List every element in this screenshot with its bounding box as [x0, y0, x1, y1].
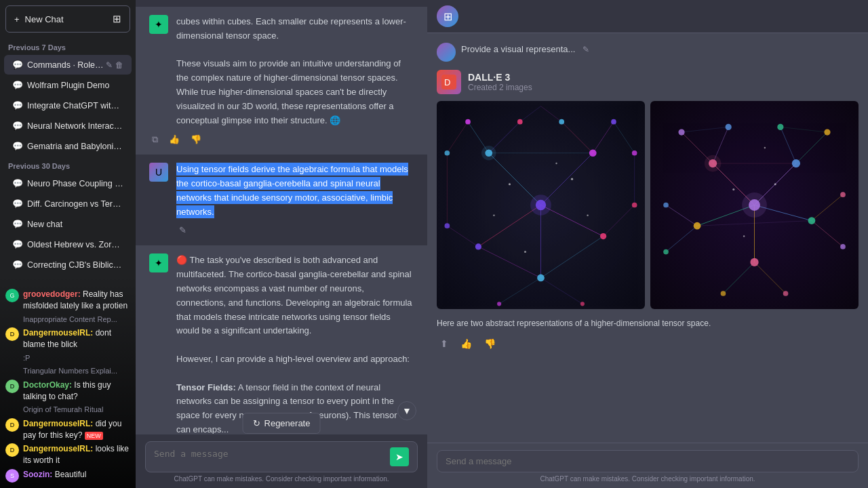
svg-point-35 — [632, 150, 637, 156]
svg-point-30 — [537, 274, 545, 282]
twitch-message-4: D DangermouseIRL: did you pay for this k… — [5, 418, 130, 441]
thumbsup-btn-panel[interactable]: 👍 — [457, 336, 475, 351]
red-dot: 🔴 — [176, 255, 189, 265]
svg-point-85 — [742, 192, 767, 218]
twitch-message-1: G groovedodger: Reality has misfolded la… — [5, 289, 130, 312]
dalle-header: D DALL·E 3 Created 2 images — [437, 70, 859, 94]
twitch-message-inappropriate: Inappropriate Content Rep... — [5, 314, 130, 325]
svg-point-47 — [493, 215, 494, 216]
twitch-text-doctorokay: Is this guy talking to chat? — [23, 380, 111, 401]
sidebar-item-wolfram[interactable]: 💬 Wolfram Plugin Demo — [4, 75, 132, 95]
svg-point-81 — [663, 203, 669, 208]
triangular-label: Triangular Numbers Explai... — [23, 366, 117, 376]
sidebar-item-text: Diff. Carcinogen vs Teratoge... — [27, 199, 123, 209]
new-chat-button[interactable]: + New Chat ⊞ — [5, 5, 130, 33]
chat-icon-10: 💬 — [12, 260, 23, 270]
share-btn[interactable]: ⬆ — [437, 336, 452, 351]
sidebar-item-correcting[interactable]: 💬 Correcting CJB's Biblical Mi... — [4, 255, 132, 274]
chat-icon: 💬 — [12, 60, 23, 70]
msg-content-2: Using tensor fields derive the algebraic… — [176, 163, 414, 237]
new-badge: NEW — [85, 432, 103, 440]
sidebar-item-text: Integrate ChatGPT with Wolf... — [27, 101, 123, 110]
svg-point-83 — [721, 291, 726, 296]
dalle-title: DALL·E 3 — [468, 72, 532, 83]
svg-point-90 — [764, 147, 766, 148]
svg-point-41 — [530, 195, 551, 216]
section-30days: Previous 30 Days 💬 Neuro Phase Coupling … — [0, 157, 136, 275]
sidebar-item-oldest[interactable]: 💬 Oldest Hebrew vs. Zoroastri... — [4, 235, 132, 254]
svg-point-28 — [600, 233, 606, 239]
msg-actions-1: ⧉ 👍 👎 — [149, 133, 414, 146]
svg-point-80 — [840, 244, 846, 249]
sidebar-item-neural[interactable]: 💬 Neural Network Interactions — [4, 116, 132, 136]
msg-text-3b: However, I can provide a high-level over… — [176, 354, 410, 364]
copy-btn-1[interactable]: ⧉ — [149, 133, 161, 146]
msg-content-3: 🔴 The task you've described is both adva… — [176, 253, 414, 434]
twitch-message-doctorOkay: D DoctorOkay: Is this guy talking to cha… — [5, 380, 130, 403]
svg-point-82 — [663, 249, 669, 255]
main-chat: ✦ cubes within cubes. Each smaller cube … — [136, 0, 427, 488]
sidebar-item-gematria[interactable]: 💬 Gematria and Babylonian Val... — [4, 136, 132, 156]
twitch-label-3: :P — [23, 353, 30, 363]
panel-header-icon: ⊞ — [437, 5, 458, 27]
twitch-message-2: D DangermouseIRL: dont blame the blick — [5, 327, 130, 350]
sidebar-item-integrate[interactable]: 💬 Integrate ChatGPT with Wolf... — [4, 96, 132, 115]
sidebar-item-text: New chat — [27, 220, 123, 229]
sidebar-item-text: Gematria and Babylonian Val... — [27, 142, 123, 151]
right-input-area: ChatGPT can make mistakes. Consider chec… — [427, 443, 868, 488]
sidebar-item-newchat2[interactable]: 💬 New chat — [4, 214, 132, 234]
svg-point-74 — [750, 258, 758, 266]
avatar-dangermouse1: D — [5, 327, 19, 341]
send-button[interactable]: ➤ — [390, 447, 409, 466]
regenerate-button[interactable]: ↻ Regenerate — [243, 413, 321, 434]
svg-point-48 — [587, 215, 588, 216]
username-dangermouse1: DangermouseIRL: — [23, 328, 96, 338]
svg-point-36 — [632, 203, 637, 208]
edit-message-icon[interactable]: ✎ — [176, 224, 189, 237]
trash-icon[interactable]: 🗑 — [115, 60, 123, 70]
username-soozin: Soozin: — [23, 470, 55, 479]
msg-content-1: cubes within cubes. Each smaller cube re… — [176, 15, 414, 127]
chat-messages[interactable]: ✦ cubes within cubes. Each smaller cube … — [136, 0, 427, 434]
right-message-input[interactable] — [446, 456, 850, 466]
generated-image-2[interactable] — [650, 101, 859, 309]
svg-point-46 — [555, 163, 557, 164]
edit-icon[interactable]: ✎ — [106, 60, 113, 70]
twitch-text-1: Reality has misfolded lately like a prot… — [23, 289, 127, 310]
twitch-message-5: D DangermouseIRL: looks like its worth i… — [5, 443, 130, 466]
section-7days: Previous 7 Days 💬 Commands · Roles $ ✎ 🗑… — [0, 38, 136, 157]
chat-icon-7: 💬 — [12, 199, 23, 209]
svg-point-45 — [524, 251, 526, 253]
avatar-dangermouse3: D — [5, 443, 19, 457]
scroll-down-button[interactable]: ▼ — [397, 401, 416, 420]
sidebar-item-commands-roles[interactable]: 💬 Commands · Roles $ ✎ 🗑 — [4, 55, 132, 75]
right-panel-content[interactable]: Provide a visual representa... ✎ D — [427, 33, 868, 443]
thumbsdown-btn-1[interactable]: 👎 — [188, 133, 204, 146]
generated-image-1[interactable] — [437, 101, 645, 309]
sidebar-item-neuro[interactable]: 💬 Neuro Phase Coupling Visual — [4, 174, 132, 193]
avatar-soozin: S — [5, 469, 19, 483]
message-input[interactable] — [154, 449, 390, 465]
twitch-overlay: G groovedodger: Reality has misfolded la… — [0, 275, 136, 488]
section-label-7days: Previous 7 Days — [0, 38, 136, 54]
chat-icon-4: 💬 — [12, 121, 23, 131]
svg-point-72 — [808, 217, 816, 224]
ai-avatar-2: ✦ — [149, 253, 168, 272]
svg-point-73 — [694, 222, 701, 230]
svg-point-87 — [732, 188, 734, 190]
chat-icon-6: 💬 — [12, 178, 23, 188]
item-actions: ✎ 🗑 — [106, 60, 123, 70]
svg-text:D: D — [444, 77, 450, 87]
sidebar-item-text: Correcting CJB's Biblical Mi... — [27, 260, 123, 270]
svg-point-33 — [559, 119, 564, 125]
svg-point-88 — [774, 183, 776, 185]
thumbsup-btn-1[interactable]: 👍 — [166, 133, 182, 146]
svg-point-77 — [777, 124, 783, 130]
sidebar-item-diff[interactable]: 💬 Diff. Carcinogen vs Teratoge... — [4, 194, 132, 214]
thumbsdown-btn-panel[interactable]: 👎 — [481, 336, 499, 351]
edit-icon-right[interactable]: ✎ — [583, 45, 589, 54]
svg-point-86 — [705, 155, 722, 172]
avatar-doctorokay: D — [5, 380, 19, 393]
twitch-messages: G groovedodger: Reality has misfolded la… — [0, 283, 136, 488]
username-doctorokay: DoctorOkay: — [23, 380, 74, 390]
